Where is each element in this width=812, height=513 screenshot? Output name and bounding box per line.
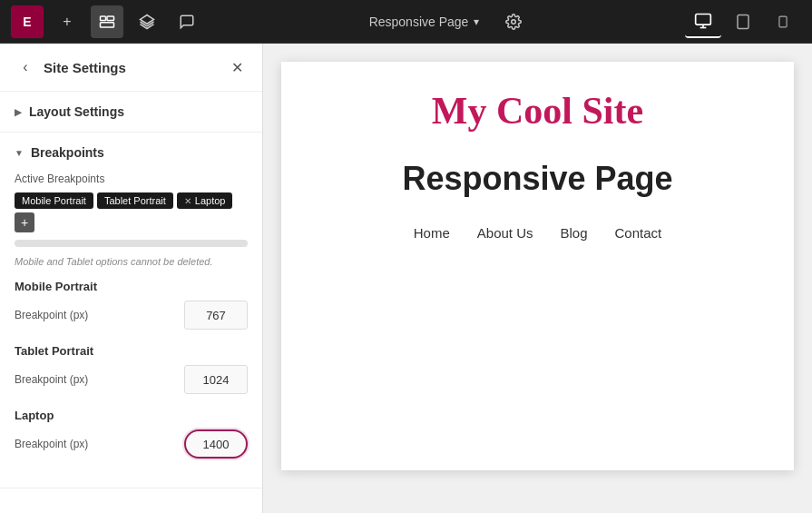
canvas-area: My Cool Site Responsive Page Home About … bbox=[263, 44, 812, 513]
breakpoints-content: Active Breakpoints Mobile Portrait Table… bbox=[0, 173, 262, 488]
toolbar-right bbox=[685, 5, 801, 38]
main-layout: ‹ Site Settings ✕ ▶ Layout Settings ▼ Br… bbox=[0, 44, 812, 513]
breakpoint-preview-bar bbox=[15, 240, 248, 247]
add-icon: + bbox=[63, 14, 71, 30]
bp-tag-mobile-label: Mobile Portrait bbox=[22, 195, 86, 206]
bp-tag-laptop[interactable]: ✕ Laptop bbox=[177, 192, 233, 209]
page-name-label: Responsive Page bbox=[369, 15, 469, 29]
chevron-down-icon: ▾ bbox=[474, 15, 479, 28]
site-title: My Cool Site bbox=[432, 89, 643, 133]
laptop-title: Laptop bbox=[15, 409, 248, 422]
laptop-field-row: Breakpoint (px) bbox=[15, 429, 248, 459]
tablet-device-btn[interactable] bbox=[725, 5, 761, 38]
desktop-device-btn[interactable] bbox=[685, 5, 721, 38]
nav-item-contact[interactable]: Contact bbox=[615, 225, 662, 241]
layout-settings-header[interactable]: ▶ Layout Settings bbox=[0, 92, 262, 132]
toolbar-center: Responsive Page ▾ bbox=[203, 5, 685, 38]
mobile-portrait-field-label: Breakpoint (px) bbox=[15, 309, 88, 321]
mobile-portrait-title: Mobile Portrait bbox=[15, 280, 248, 293]
svg-rect-2 bbox=[101, 22, 114, 26]
responsive-icon bbox=[99, 14, 115, 30]
responsive-mode-btn[interactable] bbox=[91, 5, 123, 38]
breakpoints-label: Breakpoints bbox=[31, 145, 104, 160]
bp-tag-tablet[interactable]: Tablet Portrait bbox=[97, 192, 173, 209]
tablet-portrait-title: Tablet Portrait bbox=[15, 344, 248, 358]
toolbar-left: E + bbox=[11, 5, 203, 38]
sidebar-header: ‹ Site Settings ✕ bbox=[0, 44, 262, 92]
layers-icon bbox=[139, 14, 155, 30]
page-heading: Responsive Page bbox=[402, 160, 672, 198]
tablet-portrait-field-label: Breakpoint (px) bbox=[15, 373, 88, 386]
top-toolbar: E + Responsive Page ▾ bbox=[0, 0, 812, 44]
svg-rect-1 bbox=[107, 16, 114, 21]
svg-rect-8 bbox=[738, 15, 748, 28]
nav-item-home[interactable]: Home bbox=[414, 225, 450, 241]
breakpoint-warning: Mobile and Tablet options cannot be dele… bbox=[15, 256, 248, 267]
nav-item-about[interactable]: About Us bbox=[477, 225, 533, 241]
mobile-portrait-group: Mobile Portrait Breakpoint (px) bbox=[15, 280, 248, 330]
add-breakpoint-btn[interactable]: + bbox=[15, 212, 34, 232]
sidebar: ‹ Site Settings ✕ ▶ Layout Settings ▼ Br… bbox=[0, 44, 263, 513]
tablet-portrait-group: Tablet Portrait Breakpoint (px) bbox=[15, 344, 248, 394]
breakpoints-header[interactable]: ▼ Breakpoints bbox=[0, 133, 262, 173]
settings-btn[interactable] bbox=[497, 5, 530, 38]
elementor-logo-btn[interactable]: E bbox=[11, 5, 44, 38]
mobile-icon bbox=[777, 13, 789, 31]
gear-icon bbox=[505, 14, 522, 30]
layout-settings-section: ▶ Layout Settings bbox=[0, 92, 262, 133]
comments-btn[interactable] bbox=[171, 5, 203, 38]
close-btn[interactable]: ✕ bbox=[226, 56, 248, 78]
nav-menu: Home About Us Blog Contact bbox=[414, 225, 661, 241]
tablet-portrait-input[interactable] bbox=[184, 365, 248, 394]
breakpoints-arrow: ▼ bbox=[15, 148, 24, 158]
bp-tag-tablet-label: Tablet Portrait bbox=[104, 195, 166, 206]
sidebar-title: Site Settings bbox=[44, 60, 126, 75]
tablet-icon bbox=[735, 13, 751, 31]
mobile-device-btn[interactable] bbox=[765, 5, 801, 38]
breakpoints-section: ▼ Breakpoints Active Breakpoints Mobile … bbox=[0, 133, 262, 488]
bp-tag-laptop-label: Laptop bbox=[195, 195, 226, 206]
mobile-portrait-field-row: Breakpoint (px) bbox=[15, 301, 248, 330]
page-name-btn[interactable]: Responsive Page ▾ bbox=[358, 9, 491, 35]
svg-rect-5 bbox=[696, 14, 711, 25]
layout-settings-label: Layout Settings bbox=[29, 104, 124, 119]
comments-icon bbox=[179, 14, 195, 30]
svg-rect-0 bbox=[101, 16, 106, 21]
laptop-group: Laptop Breakpoint (px) bbox=[15, 409, 248, 459]
sidebar-content: ▶ Layout Settings ▼ Breakpoints Active B… bbox=[0, 92, 262, 513]
desktop-icon bbox=[694, 12, 712, 30]
active-breakpoints-label: Active Breakpoints bbox=[15, 173, 248, 185]
svg-rect-10 bbox=[779, 16, 787, 27]
bp-tag-mobile[interactable]: Mobile Portrait bbox=[15, 192, 93, 209]
logo-label: E bbox=[23, 15, 31, 29]
add-element-btn[interactable]: + bbox=[51, 5, 83, 38]
breakpoint-tags: Mobile Portrait Tablet Portrait ✕ Laptop… bbox=[15, 192, 248, 232]
laptop-input[interactable] bbox=[184, 429, 248, 459]
tablet-portrait-field-row: Breakpoint (px) bbox=[15, 365, 248, 394]
svg-point-4 bbox=[512, 19, 516, 24]
nav-item-blog[interactable]: Blog bbox=[560, 225, 587, 241]
bp-tag-laptop-x-icon: ✕ bbox=[184, 196, 191, 206]
layout-settings-arrow: ▶ bbox=[15, 107, 22, 117]
page-canvas: My Cool Site Responsive Page Home About … bbox=[281, 62, 794, 470]
sidebar-header-left: ‹ Site Settings bbox=[15, 56, 126, 78]
laptop-field-label: Breakpoint (px) bbox=[15, 438, 88, 450]
close-icon: ✕ bbox=[231, 59, 243, 76]
mobile-portrait-input[interactable] bbox=[184, 301, 248, 330]
back-btn[interactable]: ‹ bbox=[15, 56, 36, 78]
layers-btn[interactable] bbox=[131, 5, 163, 38]
